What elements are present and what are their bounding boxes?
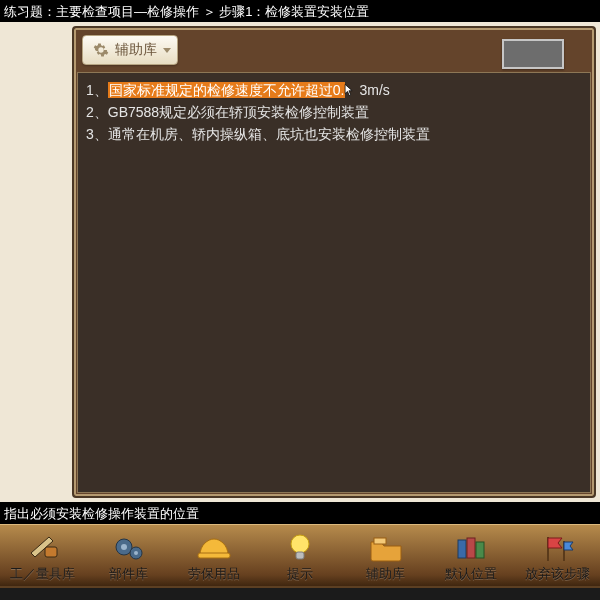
tool-aux-library[interactable]: 辅助库 [343,532,429,583]
content-line-3: 3、通常在机房、轿内操纵箱、底坑也安装检修控制装置 [86,123,582,145]
tools-icon [25,532,61,564]
toolbar-label: 部件库 [109,566,148,583]
svg-point-2 [121,544,127,550]
svg-rect-8 [374,538,386,544]
svg-rect-7 [296,552,304,559]
tool-default-position[interactable]: 默认位置 [429,532,515,583]
toolbar-label: 放弃该步骤 [525,566,590,583]
instruction-bar: 指出必须安装检修操作装置的位置 [0,502,600,524]
lightbulb-icon [282,532,318,564]
line1-suffix: 3m/s [359,82,389,98]
toolbar: 工／量具库 部件库 劳保用品 提示 辅助库 默认位置 放弃该步骤 [0,524,600,586]
gear-icon [93,42,109,58]
instruction-text: 指出必须安装检修操作装置的位置 [4,506,199,521]
title-text: 练习题：主要检查项目—检修操作 ＞ 步骤1：检修装置安装位置 [4,4,369,19]
toolbar-label: 辅助库 [366,566,405,583]
auxiliary-library-tab[interactable]: 辅助库 [82,35,178,65]
content-line-1: 1、国家标准规定的检修速度不允许超过0.3m/s [86,79,582,101]
toolbar-label: 劳保用品 [188,566,240,583]
svg-rect-10 [467,538,475,558]
main-area: 辅助库 1、国家标准规定的检修速度不允许超过0.3m/s 2、GB7588规定必… [0,22,600,502]
content-line-2: 2、GB7588规定必须在轿顶安装检修控制装置 [86,101,582,123]
hardhat-icon [196,532,232,564]
title-bar: 练习题：主要检查项目—检修操作 ＞ 步骤1：检修装置安装位置 [0,0,600,22]
folder-icon [368,532,404,564]
gears-icon [111,532,147,564]
toolbar-label: 提示 [287,566,313,583]
svg-rect-11 [476,542,484,558]
toolbar-label: 默认位置 [445,566,497,583]
books-icon [453,532,489,564]
svg-point-4 [134,551,138,555]
tab-label: 辅助库 [115,41,157,59]
toolbar-label: 工／量具库 [10,566,75,583]
chevron-down-icon [163,48,171,53]
decor-rect [502,39,564,69]
svg-rect-0 [45,547,57,557]
flags-icon [539,532,575,564]
tool-measure-library[interactable]: 工／量具库 [0,532,86,583]
svg-point-6 [291,535,309,553]
svg-rect-9 [458,540,466,558]
highlighted-text[interactable]: 国家标准规定的检修速度不允许超过0. [108,82,346,98]
tool-hint[interactable]: 提示 [257,532,343,583]
svg-rect-5 [198,553,230,558]
bottom-strip [0,586,600,600]
content-pane: 1、国家标准规定的检修速度不允许超过0.3m/s 2、GB7588规定必须在轿顶… [77,72,591,493]
tool-ppe[interactable]: 劳保用品 [171,532,257,583]
cursor-icon [343,81,357,95]
tool-parts-library[interactable]: 部件库 [86,532,172,583]
tool-abandon-step[interactable]: 放弃该步骤 [514,532,600,583]
line1-prefix: 1、 [86,82,108,98]
